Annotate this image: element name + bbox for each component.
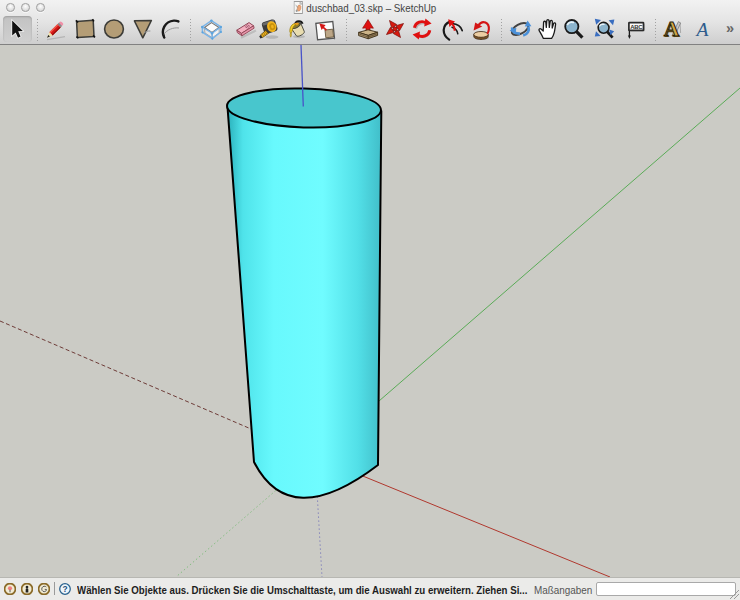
svg-text:A: A [664, 17, 680, 41]
svg-text:A: A [694, 19, 708, 40]
svg-text:ABC: ABC [630, 24, 643, 30]
svg-text:?: ? [62, 584, 67, 594]
